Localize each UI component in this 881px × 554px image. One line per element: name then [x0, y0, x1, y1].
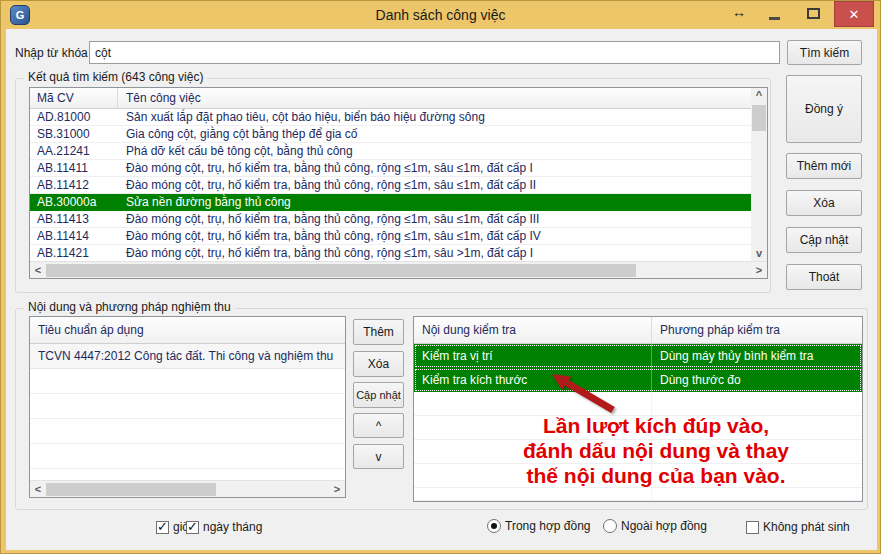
update-button[interactable]: Cập nhật: [786, 227, 862, 253]
cell-standard: TCVN 4447:2012 Công tác đất. Thi công và…: [30, 344, 345, 368]
out-contract-radio-label: Ngoài hợp đồng: [621, 519, 707, 533]
result-row[interactable]: AB.11414 Đào móng cột, trụ, hố kiểm tra,…: [30, 228, 751, 245]
cell-name: Phá dỡ kết cấu bê tông cột, bằng thủ côn…: [118, 143, 751, 159]
cell-name: Đào móng cột, trụ, hố kiểm tra, bằng thủ…: [118, 211, 751, 227]
column-header-code[interactable]: Mã CV: [30, 88, 118, 108]
radio-selected-icon[interactable]: [487, 519, 501, 533]
results-hscrollbar[interactable]: < >: [30, 261, 767, 278]
cell-code: AB.11412: [30, 177, 118, 193]
acceptance-group-title: Nội dung và phương pháp nghiệm thu: [24, 300, 235, 314]
close-icon: ✕: [849, 7, 860, 22]
result-row[interactable]: SB.31000 Gia công cột, giằng cột bằng th…: [30, 126, 751, 143]
titlebar: G Danh sách công việc ↔ ✕: [1, 1, 880, 29]
cell-method: Dùng máy thủy bình kiểm tra: [652, 344, 862, 368]
result-row[interactable]: AD.81000 Sản xuất lắp đặt phao tiêu, cột…: [30, 109, 751, 126]
cell-code: AB.30000a: [30, 194, 118, 211]
column-header-standard[interactable]: Tiêu chuẩn áp dụng: [30, 317, 345, 343]
cell-code: AB.11421: [30, 245, 118, 261]
result-row-selected[interactable]: AB.30000a Sửa nền đường bằng thủ công: [30, 194, 751, 211]
results-grid-header[interactable]: Mã CV Tên công việc: [30, 88, 767, 109]
results-vscrollbar[interactable]: ^ v: [751, 88, 767, 261]
app-window: G Danh sách công việc ↔ ✕ Nhập từ khóa T…: [0, 0, 881, 554]
result-row[interactable]: AB.11412 Đào móng cột, trụ, hố kiểm tra,…: [30, 177, 751, 194]
result-row[interactable]: AA.21241 Phá dỡ kết cấu bê tông cột, bằn…: [30, 143, 751, 160]
resize-icon[interactable]: ↔: [727, 4, 751, 24]
standards-grid-header[interactable]: Tiêu chuẩn áp dụng: [30, 317, 345, 344]
search-label: Nhập từ khóa: [15, 46, 88, 60]
add-new-button[interactable]: Thêm mới: [786, 153, 862, 179]
update-standard-button[interactable]: Cập nhật: [353, 382, 404, 408]
scroll-up-icon[interactable]: ^: [751, 88, 767, 103]
in-contract-radio[interactable]: Trong hợp đồng: [487, 519, 590, 533]
annotation-line: Lần lượt kích đúp vào,: [456, 413, 856, 438]
out-contract-radio[interactable]: Ngoài hợp đồng: [603, 519, 707, 533]
search-button[interactable]: Tìm kiếm: [787, 40, 862, 65]
results-grid: Mã CV Tên công việc AD.81000 Sản xuất lắ…: [29, 87, 768, 279]
no-arise-checkbox-label: Không phát sinh: [763, 520, 850, 534]
cell-name: Đào móng cột, trụ, hố kiểm tra, bằng thủ…: [118, 177, 751, 193]
cell-name: Đào móng cột, trụ, hố kiểm tra, bằng thủ…: [118, 160, 751, 176]
app-icon: G: [10, 5, 30, 25]
annotation-text: Lần lượt kích đúp vào, đánh dấu nội dung…: [456, 413, 856, 488]
cell-code: SB.31000: [30, 126, 118, 142]
checks-grid-header[interactable]: Nội dung kiểm tra Phương pháp kiểm tra: [414, 317, 862, 344]
ok-button[interactable]: Đồng ý: [786, 75, 862, 143]
scroll-right-icon[interactable]: >: [751, 263, 767, 278]
annotation-line: đánh dấu nội dung và thay: [456, 438, 856, 463]
scroll-down-icon[interactable]: v: [751, 246, 767, 261]
add-standard-button[interactable]: Thêm: [353, 319, 404, 345]
annotation-line: thế nội dung của bạn vào.: [456, 463, 856, 488]
empty-row: [30, 369, 345, 394]
checkbox-checked-icon[interactable]: ✓: [186, 521, 199, 534]
delete-standard-button[interactable]: Xóa: [353, 351, 404, 377]
cell-code: AB.11413: [30, 211, 118, 227]
date-checkbox[interactable]: ✓ ngày tháng: [186, 520, 262, 534]
standard-row[interactable]: TCVN 4447:2012 Công tác đất. Thi công và…: [30, 344, 345, 369]
empty-row: [30, 394, 345, 419]
cell-name: Gia công cột, giằng cột bằng thép để gia…: [118, 126, 751, 142]
check-row-selected[interactable]: Kiểm tra vị trí Dùng máy thủy bình kiểm …: [414, 344, 862, 368]
cell-name: Đào móng cột, trụ, hố kiểm tra, bằng thủ…: [118, 245, 751, 261]
checkbox-checked-icon[interactable]: ✓: [156, 521, 169, 534]
result-row[interactable]: AB.11413 Đào móng cột, trụ, hố kiểm tra,…: [30, 211, 751, 228]
no-arise-checkbox[interactable]: Không phát sinh: [746, 520, 850, 534]
radio-unselected-icon[interactable]: [603, 519, 617, 533]
scroll-thumb[interactable]: [752, 105, 766, 131]
delete-button[interactable]: Xóa: [786, 190, 862, 216]
search-input[interactable]: [89, 41, 780, 64]
cell-code: AD.81000: [30, 109, 118, 125]
cell-content: Kiểm tra vị trí: [414, 344, 652, 368]
cell-code: AA.21241: [30, 143, 118, 159]
result-row[interactable]: AB.11421 Đào móng cột, trụ, hố kiểm tra,…: [30, 245, 751, 262]
results-group-title: Kết quả tìm kiếm (643 công việc): [24, 70, 207, 84]
check-row-selected[interactable]: Kiểm tra kích thước Dùng thước đo: [414, 368, 862, 392]
column-header-method[interactable]: Phương pháp kiểm tra: [652, 317, 862, 343]
standards-hscrollbar[interactable]: < >: [30, 480, 345, 497]
column-header-content[interactable]: Nội dung kiểm tra: [414, 317, 652, 343]
date-checkbox-label: ngày tháng: [203, 520, 262, 534]
maximize-icon[interactable]: [807, 8, 820, 19]
column-header-name[interactable]: Tên công việc: [118, 88, 767, 108]
cell-content: Kiểm tra kích thước: [414, 368, 652, 392]
scroll-thumb[interactable]: [46, 483, 216, 496]
exit-button[interactable]: Thoát: [786, 264, 862, 290]
cell-code: AB.11411: [30, 160, 118, 176]
in-contract-radio-label: Trong hợp đồng: [505, 519, 590, 533]
checkbox-unchecked-icon[interactable]: [746, 521, 759, 534]
standards-grid: Tiêu chuẩn áp dụng TCVN 4447:2012 Công t…: [29, 316, 346, 498]
result-row[interactable]: AB.11411 Đào móng cột, trụ, hố kiểm tra,…: [30, 160, 751, 177]
minimize-icon[interactable]: [769, 17, 780, 20]
empty-row: [414, 488, 862, 501]
close-button[interactable]: ✕: [834, 1, 874, 27]
cell-name: Đào móng cột, trụ, hố kiểm tra, bằng thủ…: [118, 228, 751, 244]
scroll-right-icon[interactable]: >: [329, 482, 345, 497]
cell-code: AB.11414: [30, 228, 118, 244]
scroll-left-icon[interactable]: <: [30, 263, 46, 278]
scroll-thumb[interactable]: [46, 264, 636, 277]
scroll-left-icon[interactable]: <: [30, 482, 46, 497]
move-up-button[interactable]: ^: [353, 413, 404, 438]
move-down-button[interactable]: v: [353, 444, 404, 469]
cell-name: Sản xuất lắp đặt phao tiêu, cột báo hiệu…: [118, 109, 751, 125]
empty-row: [30, 419, 345, 444]
cell-method: Dùng thước đo: [652, 368, 862, 392]
